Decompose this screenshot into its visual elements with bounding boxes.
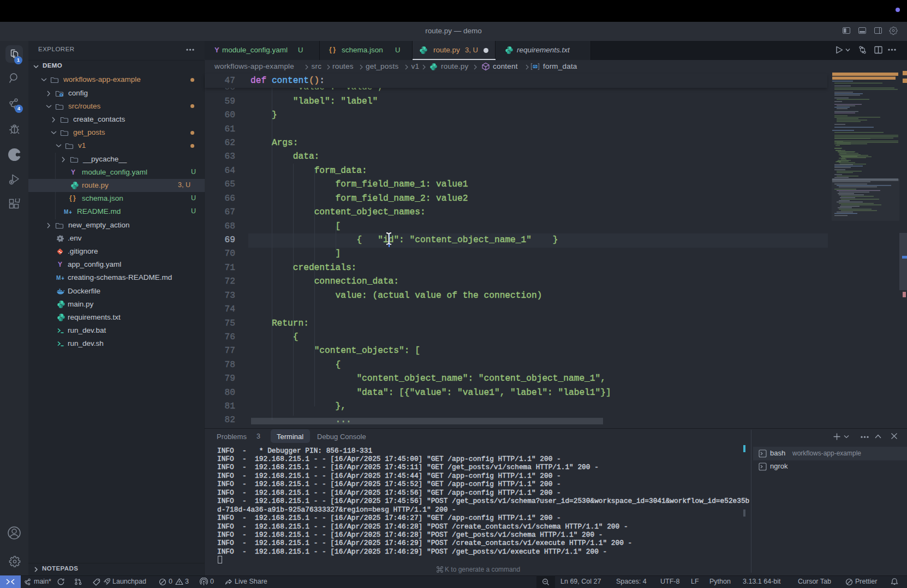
svg-text:M: M [56,275,61,281]
svg-text:M: M [64,209,68,215]
